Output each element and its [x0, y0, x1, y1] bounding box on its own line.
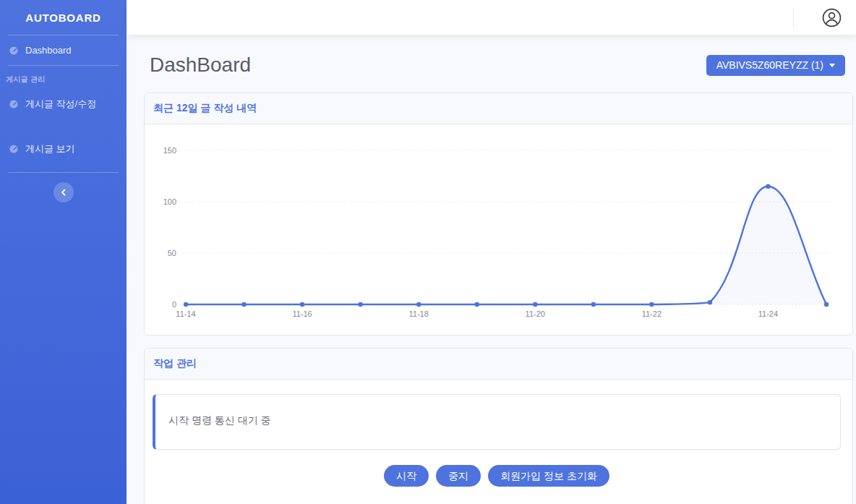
- svg-text:100: 100: [163, 197, 176, 206]
- task-management-card: 작업 관리 시작 명령 통신 대기 중 시작 중지 회원가입 정보 초기화: [144, 348, 853, 504]
- user-menu-button[interactable]: [814, 8, 849, 27]
- svg-text:11-14: 11-14: [176, 309, 195, 318]
- caret-down-icon: [829, 64, 835, 67]
- task-card-title: 작업 관리: [145, 349, 852, 380]
- page-content: DashBoard AVBIVS5Z60REYZZ (1) 최근 12일 글 작…: [127, 35, 856, 504]
- start-button[interactable]: 시작: [384, 465, 429, 487]
- chevron-left-icon: [60, 189, 67, 196]
- sidebar-item-post-edit[interactable]: 게시글 작성/수정: [0, 87, 127, 121]
- brand-logo[interactable]: AUTOBOARD: [0, 0, 127, 35]
- sidebar-collapse-button[interactable]: [54, 182, 74, 202]
- recent-posts-chart-card: 최근 12일 글 작성 내역 05010015011-1411-1611-181…: [144, 93, 853, 336]
- sidebar-item-post-view[interactable]: 게시글 보기: [0, 132, 127, 166]
- account-dropdown-button[interactable]: AVBIVS5Z60REYZZ (1): [706, 55, 845, 76]
- user-avatar-icon: [822, 8, 842, 27]
- tachometer-icon: [9, 144, 19, 154]
- line-chart: 05010015011-1411-1611-1811-2011-2211-24: [145, 124, 852, 335]
- svg-text:11-18: 11-18: [409, 309, 429, 318]
- page-title: DashBoard: [150, 54, 251, 77]
- svg-text:11-22: 11-22: [642, 309, 662, 318]
- sidebar-item-label: Dashboard: [25, 45, 72, 56]
- sidebar-divider: [8, 172, 119, 173]
- svg-text:11-16: 11-16: [292, 309, 312, 318]
- tachometer-icon: [9, 46, 19, 56]
- sidebar-item-dashboard[interactable]: Dashboard: [0, 35, 127, 65]
- svg-text:50: 50: [168, 249, 176, 257]
- svg-text:11-20: 11-20: [526, 309, 545, 318]
- sidebar-item-label: 게시글 보기: [25, 142, 75, 155]
- tachometer-icon: [9, 99, 19, 109]
- sidebar: AUTOBOARD Dashboard 게시글 관리 게시글 작성/수정: [0, 0, 127, 504]
- status-message: 시작 명령 통신 대기 중: [168, 414, 271, 426]
- status-message-box: 시작 명령 통신 대기 중: [153, 394, 841, 450]
- account-dropdown-label: AVBIVS5Z60REYZZ (1): [716, 59, 823, 71]
- topbar-divider: [793, 8, 794, 27]
- sidebar-item-label: 게시글 작성/수정: [25, 98, 96, 111]
- topbar: [127, 0, 856, 35]
- svg-text:150: 150: [163, 146, 176, 155]
- main-column: DashBoard AVBIVS5Z60REYZZ (1) 최근 12일 글 작…: [127, 0, 856, 504]
- svg-text:11-24: 11-24: [758, 309, 778, 318]
- svg-text:0: 0: [172, 300, 176, 309]
- sidebar-section-heading: 게시글 관리: [0, 66, 127, 87]
- chart-card-title: 최근 12일 글 작성 내역: [145, 93, 852, 124]
- stop-button[interactable]: 중지: [436, 465, 481, 487]
- reset-signup-info-button[interactable]: 회원가입 정보 초기화: [488, 465, 609, 487]
